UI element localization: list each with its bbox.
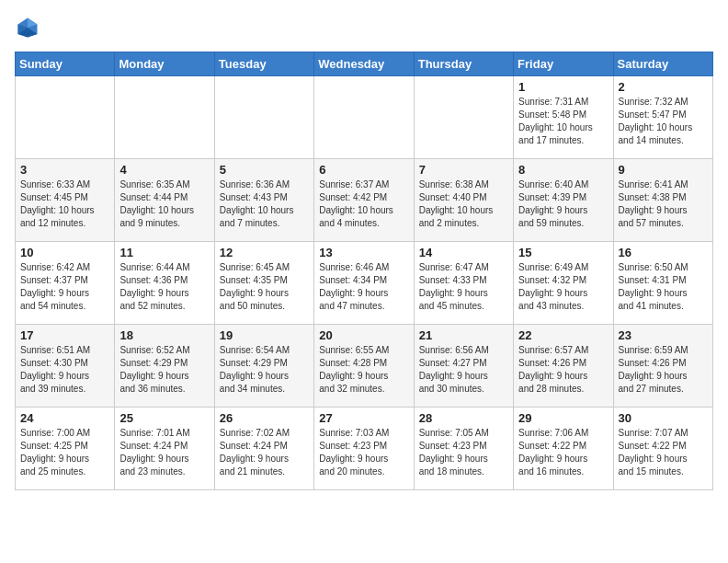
calendar-cell: 10Sunrise: 6:42 AMSunset: 4:37 PMDayligh… — [16, 242, 115, 325]
day-info: Sunrise: 6:41 AMSunset: 4:38 PMDaylight:… — [619, 178, 708, 230]
day-number: 2 — [619, 80, 708, 94]
day-number: 6 — [319, 163, 408, 177]
day-info: Sunrise: 6:36 AMSunset: 4:43 PMDaylight:… — [220, 178, 309, 230]
day-info: Sunrise: 6:57 AMSunset: 4:26 PMDaylight:… — [518, 344, 608, 396]
calendar-cell: 8Sunrise: 6:40 AMSunset: 4:39 PMDaylight… — [514, 159, 613, 242]
day-info: Sunrise: 7:03 AMSunset: 4:23 PMDaylight:… — [319, 427, 408, 478]
day-number: 29 — [518, 411, 608, 425]
day-number: 20 — [319, 328, 408, 342]
weekday-header: Friday — [514, 52, 613, 76]
day-number: 30 — [619, 411, 708, 425]
day-info: Sunrise: 6:38 AMSunset: 4:40 PMDaylight:… — [419, 178, 508, 230]
day-info: Sunrise: 6:44 AMSunset: 4:36 PMDaylight:… — [119, 261, 209, 313]
day-number: 14 — [419, 246, 508, 259]
calendar-cell: 29Sunrise: 7:06 AMSunset: 4:22 PMDayligh… — [514, 408, 613, 490]
calendar-cell: 6Sunrise: 6:37 AMSunset: 4:42 PMDaylight… — [314, 159, 414, 242]
calendar-cell: 19Sunrise: 6:54 AMSunset: 4:29 PMDayligh… — [214, 325, 313, 408]
weekday-header: Wednesday — [314, 52, 414, 76]
day-number: 15 — [518, 246, 608, 259]
day-number: 5 — [220, 163, 309, 177]
day-info: Sunrise: 6:40 AMSunset: 4:39 PMDaylight:… — [518, 178, 608, 230]
day-info: Sunrise: 7:02 AMSunset: 4:24 PMDaylight:… — [220, 427, 309, 478]
day-info: Sunrise: 6:35 AMSunset: 4:44 PMDaylight:… — [119, 178, 209, 230]
day-info: Sunrise: 7:06 AMSunset: 4:22 PMDaylight:… — [518, 427, 608, 478]
day-info: Sunrise: 6:55 AMSunset: 4:28 PMDaylight:… — [319, 344, 408, 396]
day-number: 1 — [518, 80, 608, 94]
calendar-cell: 12Sunrise: 6:45 AMSunset: 4:35 PMDayligh… — [214, 242, 313, 325]
day-number: 13 — [319, 246, 408, 259]
day-number: 16 — [619, 246, 708, 259]
weekday-header: Monday — [115, 52, 214, 76]
calendar-cell: 14Sunrise: 6:47 AMSunset: 4:33 PMDayligh… — [414, 242, 513, 325]
day-number: 24 — [20, 411, 109, 425]
calendar-cell: 5Sunrise: 6:36 AMSunset: 4:43 PMDaylight… — [214, 159, 313, 242]
calendar-cell: 1Sunrise: 7:31 AMSunset: 5:48 PMDaylight… — [514, 76, 613, 159]
calendar-cell — [115, 76, 214, 159]
day-info: Sunrise: 7:00 AMSunset: 4:25 PMDaylight:… — [20, 427, 109, 478]
logo-icon — [15, 15, 40, 40]
day-number: 4 — [119, 163, 209, 177]
calendar-cell: 16Sunrise: 6:50 AMSunset: 4:31 PMDayligh… — [613, 242, 712, 325]
day-number: 28 — [419, 411, 508, 425]
day-number: 10 — [20, 246, 109, 259]
day-number: 9 — [619, 163, 708, 177]
day-number: 23 — [619, 328, 708, 342]
calendar-cell: 25Sunrise: 7:01 AMSunset: 4:24 PMDayligh… — [115, 408, 214, 490]
day-number: 21 — [419, 328, 508, 342]
day-number: 25 — [119, 411, 209, 425]
weekday-header: Sunday — [16, 52, 115, 76]
day-info: Sunrise: 6:50 AMSunset: 4:31 PMDaylight:… — [619, 261, 708, 313]
calendar-cell: 18Sunrise: 6:52 AMSunset: 4:29 PMDayligh… — [115, 325, 214, 408]
calendar-cell — [414, 76, 513, 159]
day-info: Sunrise: 6:54 AMSunset: 4:29 PMDaylight:… — [220, 344, 309, 396]
calendar-header-row: SundayMondayTuesdayWednesdayThursdayFrid… — [16, 52, 713, 76]
calendar-cell — [314, 76, 414, 159]
calendar-table: SundayMondayTuesdayWednesdayThursdayFrid… — [15, 52, 713, 490]
day-info: Sunrise: 6:46 AMSunset: 4:34 PMDaylight:… — [319, 261, 408, 313]
calendar-cell: 21Sunrise: 6:56 AMSunset: 4:27 PMDayligh… — [414, 325, 513, 408]
day-number: 19 — [220, 328, 309, 342]
calendar-cell: 23Sunrise: 6:59 AMSunset: 4:26 PMDayligh… — [613, 325, 712, 408]
calendar-cell: 24Sunrise: 7:00 AMSunset: 4:25 PMDayligh… — [16, 408, 115, 490]
day-info: Sunrise: 6:56 AMSunset: 4:27 PMDaylight:… — [419, 344, 508, 396]
calendar-cell: 26Sunrise: 7:02 AMSunset: 4:24 PMDayligh… — [214, 408, 313, 490]
page-header — [15, 15, 713, 40]
weekday-header: Thursday — [414, 52, 513, 76]
logo — [15, 15, 44, 40]
day-number: 27 — [319, 411, 408, 425]
day-info: Sunrise: 6:52 AMSunset: 4:29 PMDaylight:… — [119, 344, 209, 396]
calendar-cell: 2Sunrise: 7:32 AMSunset: 5:47 PMDaylight… — [613, 76, 712, 159]
day-number: 18 — [119, 328, 209, 342]
calendar-week-row: 24Sunrise: 7:00 AMSunset: 4:25 PMDayligh… — [16, 408, 713, 490]
calendar-week-row: 17Sunrise: 6:51 AMSunset: 4:30 PMDayligh… — [16, 325, 713, 408]
day-info: Sunrise: 6:37 AMSunset: 4:42 PMDaylight:… — [319, 178, 408, 230]
calendar-cell: 15Sunrise: 6:49 AMSunset: 4:32 PMDayligh… — [514, 242, 613, 325]
day-info: Sunrise: 6:42 AMSunset: 4:37 PMDaylight:… — [20, 261, 109, 313]
calendar-cell — [214, 76, 313, 159]
day-number: 11 — [119, 246, 209, 259]
day-number: 26 — [220, 411, 309, 425]
calendar-cell: 27Sunrise: 7:03 AMSunset: 4:23 PMDayligh… — [314, 408, 414, 490]
day-info: Sunrise: 6:33 AMSunset: 4:45 PMDaylight:… — [20, 178, 109, 230]
calendar-cell: 7Sunrise: 6:38 AMSunset: 4:40 PMDaylight… — [414, 159, 513, 242]
weekday-header: Saturday — [613, 52, 712, 76]
day-number: 17 — [20, 328, 109, 342]
day-info: Sunrise: 7:01 AMSunset: 4:24 PMDaylight:… — [119, 427, 209, 478]
calendar-cell: 13Sunrise: 6:46 AMSunset: 4:34 PMDayligh… — [314, 242, 414, 325]
calendar-cell — [16, 76, 115, 159]
day-info: Sunrise: 7:05 AMSunset: 4:23 PMDaylight:… — [419, 427, 508, 478]
calendar-week-row: 10Sunrise: 6:42 AMSunset: 4:37 PMDayligh… — [16, 242, 713, 325]
calendar-cell: 22Sunrise: 6:57 AMSunset: 4:26 PMDayligh… — [514, 325, 613, 408]
calendar-week-row: 1Sunrise: 7:31 AMSunset: 5:48 PMDaylight… — [16, 76, 713, 159]
day-info: Sunrise: 6:49 AMSunset: 4:32 PMDaylight:… — [518, 261, 608, 313]
calendar-cell: 9Sunrise: 6:41 AMSunset: 4:38 PMDaylight… — [613, 159, 712, 242]
day-number: 7 — [419, 163, 508, 177]
day-number: 22 — [518, 328, 608, 342]
day-number: 12 — [220, 246, 309, 259]
calendar-cell: 20Sunrise: 6:55 AMSunset: 4:28 PMDayligh… — [314, 325, 414, 408]
day-number: 3 — [20, 163, 109, 177]
day-info: Sunrise: 6:47 AMSunset: 4:33 PMDaylight:… — [419, 261, 508, 313]
day-number: 8 — [518, 163, 608, 177]
calendar-week-row: 3Sunrise: 6:33 AMSunset: 4:45 PMDaylight… — [16, 159, 713, 242]
calendar-cell: 3Sunrise: 6:33 AMSunset: 4:45 PMDaylight… — [16, 159, 115, 242]
